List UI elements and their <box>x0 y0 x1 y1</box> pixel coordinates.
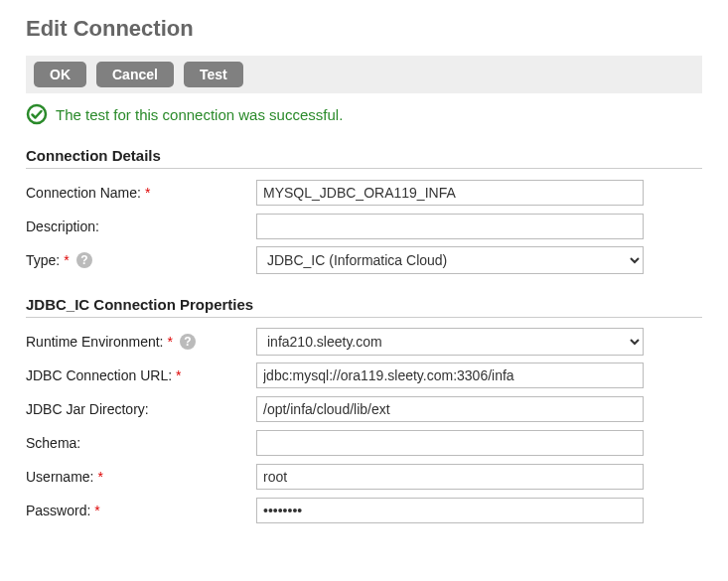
page-title: Edit Connection <box>26 16 702 42</box>
row-schema: Schema: <box>26 429 702 457</box>
schema-input[interactable] <box>256 430 644 456</box>
svg-text:?: ? <box>80 253 87 267</box>
jdbc-jar-input[interactable] <box>256 396 644 422</box>
password-input[interactable] <box>256 498 644 523</box>
label-description: Description: <box>26 218 256 234</box>
help-icon[interactable]: ? <box>75 251 93 269</box>
required-marker: * <box>94 503 99 518</box>
label-username: Username:* <box>26 469 256 485</box>
button-bar: OK Cancel Test <box>26 56 702 93</box>
connection-name-input[interactable] <box>256 180 644 206</box>
row-runtime-env: Runtime Environment:* ? infa210.sleety.c… <box>26 328 702 356</box>
status-row: The test for this connection was success… <box>26 103 702 125</box>
label-text: Runtime Environment: <box>26 334 164 350</box>
label-text: Schema: <box>26 435 80 451</box>
label-jdbc-jar: JDBC Jar Directory: <box>26 401 256 417</box>
svg-text:?: ? <box>184 335 191 349</box>
required-marker: * <box>64 252 69 268</box>
row-type: Type:* ? JDBC_IC (Informatica Cloud) <box>26 246 702 274</box>
cancel-button[interactable]: Cancel <box>96 62 174 87</box>
label-runtime-env: Runtime Environment:* ? <box>26 333 256 351</box>
label-text: Type: <box>26 252 60 268</box>
required-marker: * <box>168 334 173 350</box>
label-text: JDBC Connection URL: <box>26 367 172 383</box>
check-circle-icon <box>26 103 48 125</box>
help-icon[interactable]: ? <box>179 333 197 351</box>
row-password: Password:* <box>26 497 702 524</box>
test-button[interactable]: Test <box>184 62 243 87</box>
username-input[interactable] <box>256 464 644 490</box>
row-description: Description: <box>26 213 702 240</box>
runtime-env-select[interactable]: infa210.sleety.com <box>256 328 644 356</box>
label-text: JDBC Jar Directory: <box>26 401 149 417</box>
label-text: Password: <box>26 503 90 518</box>
label-connection-name: Connection Name:* <box>26 185 256 201</box>
label-text: Username: <box>26 469 93 485</box>
description-input[interactable] <box>256 214 644 239</box>
label-text: Connection Name: <box>26 185 141 201</box>
required-marker: * <box>97 469 102 485</box>
row-jdbc-jar: JDBC Jar Directory: <box>26 395 702 423</box>
type-select[interactable]: JDBC_IC (Informatica Cloud) <box>256 246 644 274</box>
required-marker: * <box>145 185 150 201</box>
status-message: The test for this connection was success… <box>56 106 343 123</box>
row-jdbc-url: JDBC Connection URL:* <box>26 362 702 389</box>
section-header-details: Connection Details <box>26 147 702 169</box>
jdbc-url-input[interactable] <box>256 363 644 388</box>
required-marker: * <box>176 367 181 383</box>
row-connection-name: Connection Name:* <box>26 179 702 207</box>
label-schema: Schema: <box>26 435 256 451</box>
ok-button[interactable]: OK <box>34 62 86 87</box>
label-password: Password:* <box>26 503 256 518</box>
row-username: Username:* <box>26 463 702 491</box>
label-jdbc-url: JDBC Connection URL:* <box>26 367 256 383</box>
svg-point-0 <box>28 105 46 123</box>
section-header-jdbc: JDBC_IC Connection Properties <box>26 296 702 318</box>
label-type: Type:* ? <box>26 251 256 269</box>
label-text: Description: <box>26 218 99 234</box>
